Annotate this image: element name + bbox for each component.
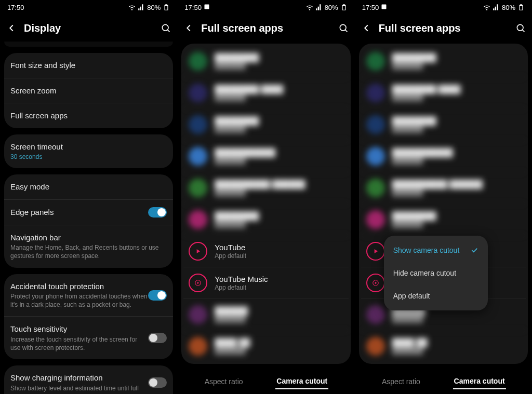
search-icon xyxy=(161,23,171,33)
back-button[interactable] xyxy=(182,22,195,34)
app-list[interactable]: ███████████████ ████████ ███████████ ███… xyxy=(355,42,532,369)
group-charging: Show charging information Show battery l… xyxy=(4,365,173,394)
app-row-blurred[interactable]: ███████████████ xyxy=(183,109,348,141)
app-row-blurred[interactable]: ████████ ███████████ xyxy=(361,77,526,109)
group-touch: Accidental touch protection Protect your… xyxy=(4,274,173,360)
row-screen-timeout[interactable]: Screen timeout 30 seconds xyxy=(4,134,173,169)
row-edge-panels[interactable]: Edge panels xyxy=(4,200,173,225)
popover-app-default[interactable]: App default xyxy=(384,284,488,307)
row-full-screen-apps[interactable]: Full screen apps xyxy=(4,103,173,128)
svg-rect-4 xyxy=(381,4,386,9)
app-row-blurred[interactable]: ██████████████████ xyxy=(183,141,348,172)
wifi-icon xyxy=(306,4,313,11)
youtube-icon xyxy=(366,242,385,261)
svg-rect-1 xyxy=(204,4,209,9)
app-row-blurred[interactable]: ███████████████ xyxy=(361,204,526,236)
battery-icon xyxy=(163,4,170,11)
page-title: Full screen apps xyxy=(379,22,508,34)
row-navigation-bar[interactable]: Navigation bar Manage the Home, Back, an… xyxy=(4,225,173,268)
status-time: 17:50 xyxy=(362,4,379,11)
app-row-blurred[interactable]: ████ █████████ xyxy=(361,331,526,362)
tab-aspect-ratio[interactable]: Aspect ratio xyxy=(381,374,421,389)
popover-show-cutout[interactable]: Show camera cutout xyxy=(384,239,488,262)
screen-full-screen-apps-menu: 17:50 80% Full screen apps █████████████… xyxy=(355,0,532,394)
row-font-size[interactable]: Font size and style xyxy=(4,53,173,78)
toggle-accidental-touch[interactable] xyxy=(148,290,167,301)
header: Full screen apps xyxy=(177,15,354,42)
search-button[interactable] xyxy=(159,22,172,34)
status-icons: 80% xyxy=(128,4,170,11)
tab-camera-cutout[interactable]: Camera cutout xyxy=(453,374,506,389)
app-row-blurred[interactable]: ███████████████ xyxy=(361,46,526,77)
app-row-blurred[interactable]: ██████████ █████████████ xyxy=(183,172,348,204)
chevron-left-icon xyxy=(183,22,194,34)
search-icon xyxy=(515,23,526,33)
status-icons: 80% xyxy=(306,4,348,11)
page-title: Full screen apps xyxy=(201,22,330,34)
app-list[interactable]: ███████████████ ████████ ███████████ ███… xyxy=(177,42,354,369)
wifi-icon xyxy=(483,4,490,11)
search-button[interactable] xyxy=(337,22,350,34)
bottom-tabs: Aspect ratio Camera cutout xyxy=(355,369,532,394)
app-row-youtube-music[interactable]: YouTube Music App default xyxy=(183,267,348,299)
back-button[interactable] xyxy=(5,22,18,34)
partial-card-top xyxy=(4,42,173,47)
toggle-edge-panels[interactable] xyxy=(148,207,167,218)
chevron-left-icon xyxy=(361,22,372,34)
svg-point-2 xyxy=(340,24,346,31)
app-row-blurred[interactable]: ████ █████████ xyxy=(183,331,348,362)
status-bar: 17:50 80% xyxy=(0,0,177,15)
wifi-icon xyxy=(128,4,136,11)
app-row-blurred[interactable]: ███████████████ xyxy=(183,46,348,77)
toggle-charging-info[interactable] xyxy=(148,377,167,388)
bottom-tabs: Aspect ratio Camera cutout xyxy=(177,369,354,394)
svg-point-5 xyxy=(517,24,523,31)
status-bar: 17:50 80% xyxy=(355,0,532,15)
row-screen-zoom[interactable]: Screen zoom xyxy=(4,78,173,104)
battery-icon xyxy=(340,4,348,11)
youtube-music-icon xyxy=(189,274,207,292)
app-row-blurred[interactable]: ███████████████ xyxy=(183,204,348,236)
status-time: 17:50 xyxy=(7,4,24,11)
signal-icon xyxy=(493,4,500,11)
header: Display xyxy=(0,15,177,42)
group-nav: Easy mode Edge panels Navigation bar Man… xyxy=(4,174,173,267)
battery-percent: 80% xyxy=(147,4,161,11)
search-icon xyxy=(338,23,349,33)
row-easy-mode[interactable]: Easy mode xyxy=(4,174,173,200)
battery-icon xyxy=(517,4,525,11)
youtube-icon xyxy=(189,242,207,261)
app-row-blurred[interactable]: ████████ ███████████ xyxy=(183,77,348,109)
app-listcard: ███████████████ ████████ ███████████ ███… xyxy=(181,44,350,364)
app-row-blurred[interactable]: █████████████ xyxy=(183,299,348,331)
app-row-youtube[interactable]: YouTube App default xyxy=(183,236,348,267)
app-listcard: ███████████████ ████████ ███████████ ███… xyxy=(359,44,528,364)
youtube-music-icon xyxy=(366,274,385,292)
app-row-blurred[interactable]: ███████████████ xyxy=(361,109,526,141)
signal-icon xyxy=(315,4,323,11)
row-accidental-touch[interactable]: Accidental touch protection Protect your… xyxy=(4,274,173,317)
app-row-blurred[interactable]: ██████████ █████████████ xyxy=(361,172,526,204)
app-row-blurred[interactable]: ██████████████████ xyxy=(361,141,526,172)
screen-display-settings: 17:50 80% Display Font size and style Sc… xyxy=(0,0,177,394)
settings-list[interactable]: Font size and style Screen zoom Full scr… xyxy=(0,42,177,394)
check-icon xyxy=(470,246,478,254)
page-title: Display xyxy=(24,22,153,34)
screenshot-icon xyxy=(381,4,387,10)
tab-aspect-ratio[interactable]: Aspect ratio xyxy=(204,374,244,389)
screenshot-icon xyxy=(204,4,210,10)
row-touch-sensitivity[interactable]: Touch sensitivity Increase the touch sen… xyxy=(4,317,173,359)
group-timeout: Screen timeout 30 seconds xyxy=(4,134,173,169)
header: Full screen apps xyxy=(355,15,532,42)
status-time: 17:50 xyxy=(184,4,202,11)
status-bar: 17:50 80% xyxy=(177,0,354,15)
search-button[interactable] xyxy=(514,22,527,34)
toggle-touch-sensitivity[interactable] xyxy=(148,333,167,343)
battery-percent: 80% xyxy=(502,4,515,11)
back-button[interactable] xyxy=(360,22,373,34)
tab-camera-cutout[interactable]: Camera cutout xyxy=(275,374,328,389)
popover-hide-cutout[interactable]: Hide camera cutout xyxy=(384,262,488,284)
row-charging-info[interactable]: Show charging information Show battery l… xyxy=(4,365,173,394)
battery-percent: 80% xyxy=(325,4,338,11)
svg-point-0 xyxy=(163,24,169,31)
